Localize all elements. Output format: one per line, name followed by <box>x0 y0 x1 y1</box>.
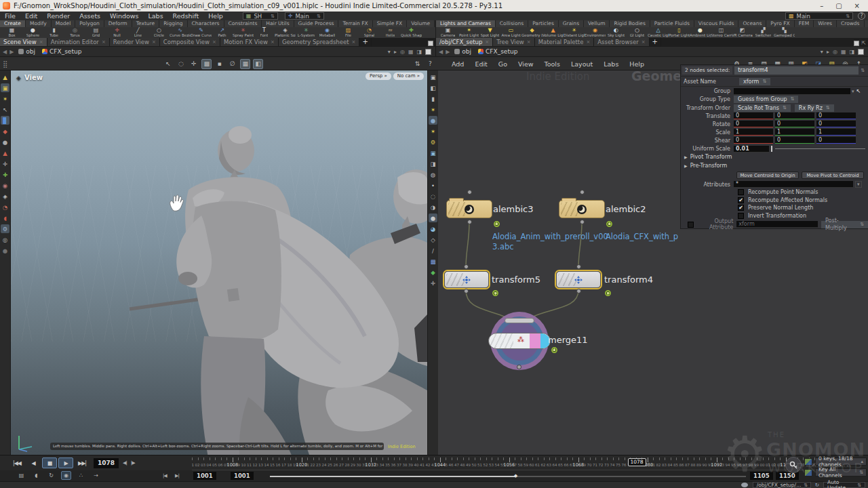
close-tab-icon[interactable]: × <box>152 38 156 46</box>
shelf-tab-characters[interactable]: Characters <box>188 20 224 27</box>
xord-select[interactable]: Scale Rot Trans⇅ <box>734 104 791 112</box>
sort-order-icon[interactable]: ⇅ <box>412 59 422 69</box>
close-tab-icon[interactable]: × <box>212 38 216 46</box>
status-path-select[interactable]: /obj/CFX_setup/...⇅ <box>753 482 811 488</box>
pane-tab-motion-fx-view[interactable]: Motion FX View× <box>220 38 279 46</box>
output-attribute-field[interactable]: xform <box>736 221 818 228</box>
keys-summary-select[interactable]: 0 keys, 18/18 channels▴ <box>815 458 867 466</box>
node-transform4[interactable] <box>556 271 601 288</box>
node-badge-icon[interactable] <box>492 290 498 296</box>
attributes-menu-icon[interactable]: ▾ <box>855 181 862 188</box>
no-cam-button[interactable]: No cam » <box>393 73 424 80</box>
node-name-transform4[interactable]: transform4 <box>604 274 653 285</box>
headlight-icon[interactable]: ● <box>429 116 437 125</box>
shelf-tool-tube[interactable]: ▮Tube <box>43 27 64 37</box>
shelf-tool-geometry-light[interactable]: ◆Geometry Light <box>521 27 542 37</box>
shelf-tab-constraints[interactable]: Constraints <box>224 20 262 27</box>
view-camera-icon[interactable]: ▣ <box>429 73 437 81</box>
shelf-tool-point-light[interactable]: ✶Point Light <box>458 27 479 37</box>
close-tab-icon[interactable]: × <box>642 38 646 46</box>
node-output-connector[interactable] <box>580 220 585 224</box>
menu-edit[interactable]: Edit <box>20 12 42 20</box>
shade-ball-icon[interactable]: ● <box>1 246 9 255</box>
update-mode-select[interactable]: Auto Update⇅ <box>823 482 865 488</box>
shelf-tab-create[interactable]: Create <box>0 20 26 27</box>
move-centroid-to-origin-button[interactable]: Move Centroid to Origin <box>736 171 799 179</box>
snapshot-icon[interactable]: ▣ <box>429 148 437 157</box>
snap-edge-icon[interactable]: ◈ <box>1 192 9 201</box>
jump-end-button[interactable]: ▶▶| <box>75 458 90 468</box>
shelf-tool-l-system[interactable]: ✳L-System <box>296 27 317 37</box>
shelf-tab-lights-and-cameras[interactable]: Lights and Cameras <box>436 20 496 27</box>
step-size-icon[interactable]: → <box>91 471 101 480</box>
help-context-icon[interactable]: ? <box>425 59 435 69</box>
param-rotate-x-field[interactable]: 0 <box>734 121 773 127</box>
param-shear-x-field[interactable]: 0 <box>734 137 773 144</box>
snap-sphere-icon[interactable]: ● <box>1 138 9 146</box>
select-mode-icon[interactable]: ↖ <box>163 59 173 69</box>
lasso-select-icon[interactable]: ◌ <box>176 59 186 69</box>
select-whole-geo-icon[interactable]: ◧ <box>253 59 263 69</box>
key-mode-select[interactable]: Key All Channels⇅ <box>815 468 867 476</box>
shelf-tab-wires[interactable]: Wires <box>814 20 837 27</box>
spotlight-icon[interactable]: ✶ <box>429 105 437 114</box>
wire-shade-icon[interactable]: ◌ <box>429 192 437 201</box>
net-menu-add[interactable]: Add <box>446 60 469 68</box>
maximize-pane-icon[interactable] <box>858 49 864 55</box>
node-alembic2[interactable] <box>559 200 605 218</box>
move-pivot-to-centroid-button[interactable]: Move Pivot to Centroid <box>802 171 864 179</box>
loop-icon[interactable]: ↻ <box>46 471 56 480</box>
geo-cube-icon[interactable]: ▦ <box>408 49 414 55</box>
snap-cone-icon[interactable]: ▲ <box>1 148 9 157</box>
shelf-tab-deform[interactable]: Deform <box>104 20 132 27</box>
current-frame-indicator[interactable]: 1078 <box>628 458 646 466</box>
desktop-select[interactable]: ✛ Main ⇅ <box>285 12 324 20</box>
mask-display-icon[interactable]: ▩ <box>429 257 437 266</box>
channel-list-icon[interactable] <box>804 469 812 476</box>
menu-help[interactable]: Help <box>203 12 228 20</box>
shelf-tab-terrain-fx[interactable]: Terrain FX <box>338 20 372 27</box>
character-pick-icon[interactable]: ✛ <box>1 159 9 168</box>
snapshot-pane-icon[interactable]: ◨ <box>849 49 854 55</box>
pane-tab-render-view[interactable]: Render View× <box>110 38 160 46</box>
close-tab-icon[interactable]: × <box>39 38 43 46</box>
shelf-tool-file[interactable]: ▨File <box>338 27 359 37</box>
param-rotate-z-field[interactable]: 0 <box>816 121 856 127</box>
recook-icon[interactable]: ↻ <box>815 482 819 488</box>
recompute-affected-normals-checkbox[interactable]: ✔ <box>738 197 744 203</box>
flat-shade-icon[interactable]: ◑ <box>429 203 437 211</box>
sync-pane-icon[interactable]: ◎ <box>400 49 405 55</box>
attributes-input[interactable]: * <box>734 181 853 188</box>
isolate-icon[interactable]: ◍ <box>429 170 437 179</box>
pane-tab-material-palette[interactable]: Material Palette× <box>535 38 595 46</box>
crosshair-icon[interactable]: ✛ <box>429 279 437 287</box>
shelf-tool-portal-light[interactable]: ▯Portal Light <box>669 27 690 37</box>
persp-button[interactable]: Persp » <box>366 73 391 80</box>
select-visible-icon[interactable]: ▪ <box>214 59 224 69</box>
shelf-tool-vr-camera[interactable]: ◩VR Camera <box>732 27 753 37</box>
node-name-alembic2[interactable]: alembic2 <box>606 204 646 214</box>
shelf-tab-simple-fx[interactable]: Simple FX <box>373 20 407 27</box>
look-through-icon[interactable]: ◎ <box>1 235 9 244</box>
breadcrumb-obj[interactable]: obj <box>452 48 473 55</box>
restore-button[interactable]: ▢ <box>835 2 842 9</box>
shelf-tool-helix[interactable]: ≈Helix <box>380 27 401 37</box>
snapshot-pane-icon[interactable]: ◨ <box>416 49 422 55</box>
global-end-field[interactable]: 1150 <box>776 472 799 480</box>
shelf-tab-viscous-fluids[interactable]: Viscous Fluids <box>694 20 739 27</box>
shelf-tool-stereo-camera[interactable]: ◫Stereo Camera <box>711 27 732 37</box>
net-menu-edit[interactable]: Edit <box>469 60 492 68</box>
shelf-tool-platonic-solids[interactable]: ◈Platonic Solids <box>275 27 296 37</box>
section-pivot-transform[interactable]: ▶Pivot Transform <box>684 153 868 161</box>
output-mode-select[interactable]: Post-Multiply⇅ <box>821 221 868 228</box>
play-button[interactable]: ▶ <box>58 458 73 468</box>
node-input-connector[interactable] <box>464 264 469 269</box>
shelf-tool-curve-bezier[interactable]: ∿Curve Bezier <box>170 27 191 37</box>
param-scale-y-field[interactable]: 1 <box>775 129 814 136</box>
menu-render[interactable]: Render <box>42 12 75 20</box>
net-menu-layout[interactable]: Layout <box>566 60 598 68</box>
shelf-tool-line[interactable]: ╱Line <box>127 27 149 37</box>
shelf-tool-spot-light[interactable]: ▼Spot Light <box>479 27 500 37</box>
pane-tab-tree-view[interactable]: Tree View× <box>493 38 534 46</box>
node-output-connector[interactable] <box>467 220 472 224</box>
